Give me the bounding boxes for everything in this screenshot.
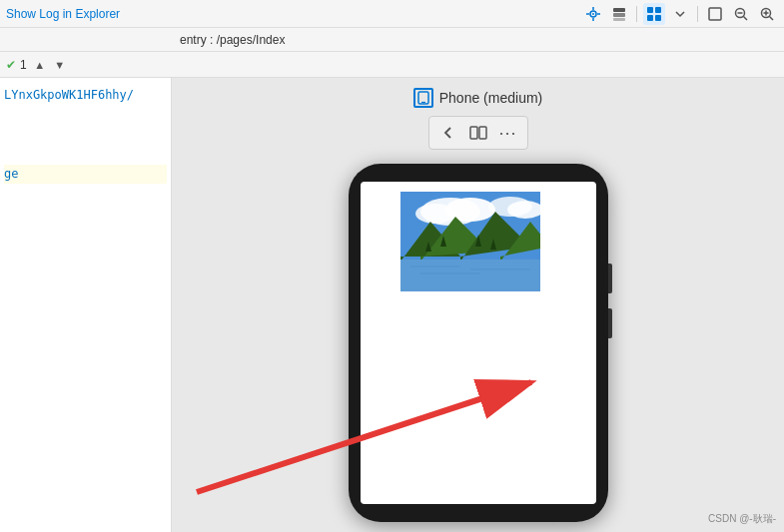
code-line-2: ge [4, 165, 167, 184]
counter-number: 1 [20, 58, 27, 72]
watermark: CSDN @-耿瑞- [708, 512, 776, 526]
toolbar-divider-2 [697, 6, 698, 22]
svg-rect-35 [400, 260, 540, 291]
svg-rect-9 [647, 7, 653, 13]
svg-rect-8 [613, 18, 625, 21]
phone-side-button-middle [608, 308, 612, 338]
toolbar-icons [582, 3, 778, 25]
zoom-out-btn[interactable] [730, 3, 752, 25]
entry-path-bar: entry : /pages/Index [0, 28, 784, 52]
zoom-in-btn[interactable] [756, 3, 778, 25]
phone-label-row: Phone (medium) [413, 88, 543, 108]
svg-rect-13 [709, 8, 721, 20]
right-panel: Phone (medium) ··· [172, 78, 784, 532]
inspect-icon [585, 6, 601, 22]
svg-rect-24 [479, 127, 486, 139]
check-icon: ✔ [6, 58, 16, 72]
svg-line-16 [744, 16, 748, 20]
entry-path-text: entry : /pages/Index [180, 33, 776, 47]
back-btn[interactable] [435, 120, 461, 146]
svg-rect-23 [470, 127, 477, 139]
phone-label-text: Phone (medium) [439, 90, 543, 106]
svg-point-28 [415, 204, 455, 224]
svg-rect-12 [655, 15, 661, 21]
back-icon [440, 125, 456, 141]
split-view-icon [469, 125, 487, 141]
code-line-1: LYnxGkpoWK1HF6hhy/ [4, 86, 167, 105]
split-view-btn[interactable] [465, 120, 491, 146]
svg-point-1 [592, 13, 594, 15]
zoom-out-icon [733, 6, 749, 22]
layers-icon [611, 6, 627, 22]
more-options-btn[interactable]: ··· [495, 120, 521, 146]
main-area: LYnxGkpoWK1HF6hhy/ ge Phone (medium) [0, 78, 784, 532]
svg-rect-11 [647, 15, 653, 21]
phone-screen [361, 182, 596, 504]
view-dropdown-btn[interactable] [669, 3, 691, 25]
inspect-icon-btn[interactable] [582, 3, 604, 25]
left-panel: LYnxGkpoWK1HF6hhy/ ge [0, 78, 172, 532]
landscape-scene [400, 192, 540, 291]
chevron-down-icon [674, 8, 686, 20]
top-toolbar: Show Log in Explorer [0, 0, 784, 28]
phone-type-icon [413, 88, 433, 108]
phone-mockup [349, 164, 608, 522]
phone-side-button-top [608, 264, 612, 293]
grid-icon [646, 6, 662, 22]
svg-rect-7 [613, 13, 625, 17]
svg-rect-10 [655, 7, 661, 13]
grid-icon-btn[interactable] [643, 3, 665, 25]
counter-up-btn[interactable]: ▲ [31, 56, 49, 74]
counter-bar: ✔ 1 ▲ ▼ [0, 52, 784, 78]
svg-rect-6 [613, 8, 625, 12]
layers-icon-btn[interactable] [608, 3, 630, 25]
counter-nav: ▲ ▼ [31, 56, 69, 74]
show-log-button[interactable]: Show Log in Explorer [6, 7, 120, 21]
counter-down-btn[interactable]: ▼ [51, 56, 69, 74]
landscape-image [400, 192, 540, 291]
preview-controls: ··· [428, 116, 528, 150]
frame-icon [707, 6, 723, 22]
zoom-in-icon [759, 6, 775, 22]
toolbar-divider-1 [636, 6, 637, 22]
frame-icon-btn[interactable] [704, 3, 726, 25]
svg-line-20 [770, 16, 774, 20]
